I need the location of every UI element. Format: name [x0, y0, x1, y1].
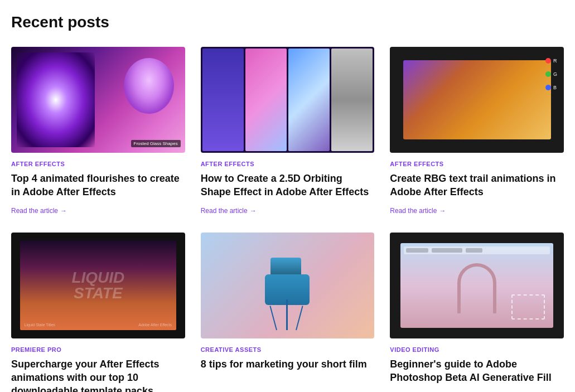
- post-image-2: [201, 47, 375, 153]
- post-image-5: [201, 233, 375, 338]
- camera-graphic: [248, 241, 326, 330]
- category-label-1: AFTER EFFECTS: [11, 161, 185, 167]
- post-title-3: Create RBG text trail animations in Adob…: [390, 172, 564, 199]
- premiere-inner: LIQUIDSTATE Liquid State Titles Adobe Af…: [20, 240, 176, 331]
- page-title: Recent posts: [11, 13, 564, 31]
- image-panel-3: [288, 49, 330, 151]
- category-label-6: VIDEO EDITING: [390, 346, 564, 353]
- posts-grid: Frosted Glass Shapes AFTER EFFECTS Top 4…: [11, 47, 564, 392]
- camera-leg-right: [296, 306, 304, 330]
- arrow-icon-3: →: [439, 207, 446, 215]
- ve-selection: [511, 294, 545, 320]
- dot-blue: [545, 85, 551, 90]
- dot-green: [545, 71, 551, 77]
- post-card-2: AFTER EFFECTS How to Create a 2.5D Orbit…: [201, 47, 375, 215]
- post-title-2: How to Create a 2.5D Orbiting Shape Effe…: [201, 172, 375, 199]
- post-card-1: Frosted Glass Shapes AFTER EFFECTS Top 4…: [11, 47, 185, 215]
- image-label-1: Frosted Glass Shapes: [131, 140, 181, 147]
- ve-screen: [400, 243, 553, 328]
- camera-leg-left: [270, 306, 278, 330]
- post-card-4: LIQUIDSTATE Liquid State Titles Adobe Af…: [11, 233, 185, 392]
- post-card-6: VIDEO EDITING Beginner's guide to Adobe …: [390, 233, 564, 392]
- image-panel-2: [245, 49, 287, 151]
- premiere-text: LIQUIDSTATE: [71, 270, 124, 301]
- read-article-link-2[interactable]: Read the article →: [201, 207, 375, 215]
- read-article-link-3[interactable]: Read the article →: [390, 207, 564, 215]
- post-image-3: R G B: [390, 47, 564, 153]
- arrow-icon-2: →: [250, 207, 257, 215]
- read-article-link-1[interactable]: Read the article →: [11, 207, 185, 215]
- post-title-1: Top 4 animated flourishes to create in A…: [11, 172, 185, 199]
- arrow-icon-1: →: [60, 207, 67, 215]
- dot-red: [545, 58, 551, 64]
- post-card-5: CREATIVE ASSETS 8 tips for marketing you…: [201, 233, 375, 392]
- rgb-dots: R G B: [545, 58, 557, 90]
- ve-arch: [457, 263, 496, 313]
- image-panel-4: [331, 49, 373, 151]
- category-label-2: AFTER EFFECTS: [201, 161, 375, 167]
- category-label-5: CREATIVE ASSETS: [201, 346, 375, 353]
- image-panel-1: [202, 49, 244, 151]
- post-image-1: Frosted Glass Shapes: [11, 47, 185, 153]
- screen-3: [403, 60, 551, 140]
- post-title-4: Supercharge your After Effects animation…: [11, 357, 185, 392]
- category-label-3: AFTER EFFECTS: [390, 161, 564, 167]
- post-card-3: R G B AFTER EFFECTS Create RBG text trai…: [390, 47, 564, 215]
- category-label-4: PREMIERE PRO: [11, 346, 185, 353]
- post-title-6: Beginner's guide to Adobe Photoshop Beta…: [390, 357, 564, 392]
- post-image-4: LIQUIDSTATE Liquid State Titles Adobe Af…: [11, 233, 185, 338]
- post-title-5: 8 tips for marketing your short film: [201, 357, 375, 392]
- post-image-6: [390, 233, 564, 338]
- camera-tripod: [286, 299, 288, 330]
